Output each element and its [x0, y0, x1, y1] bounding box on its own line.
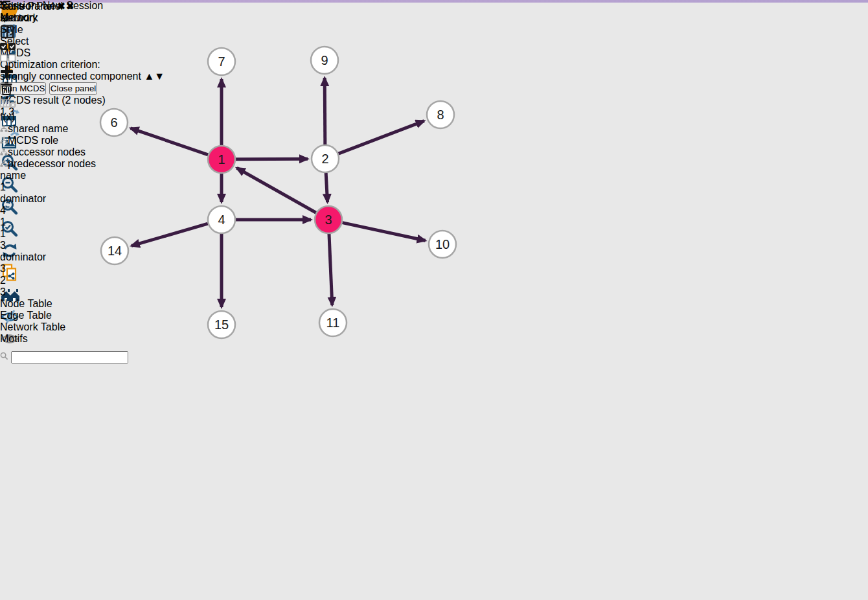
- table-row[interactable]: 1dominator411: [0, 181, 107, 240]
- column-tree-icon: [0, 148, 8, 156]
- graph-node-label-8: 8: [437, 108, 444, 122]
- columns-icon: [0, 25, 14, 39]
- table-cell: 2: [0, 275, 107, 286]
- add-row-button[interactable]: [0, 65, 107, 81]
- table-cell: dominator: [0, 193, 73, 205]
- table-cell: 1: [0, 228, 55, 240]
- table-cell: 3: [0, 263, 104, 275]
- graph-node-label-6: 6: [110, 115, 117, 130]
- table-toolbar: ⚙: [0, 12, 107, 123]
- memory-label: Memory: [0, 12, 38, 23]
- table-cell: 3: [0, 286, 55, 298]
- table-cell: dominator: [0, 251, 73, 263]
- column-label: predecessor nodes: [8, 158, 96, 169]
- deselect-all-button[interactable]: [0, 53, 107, 65]
- column-tree-icon: [0, 160, 8, 167]
- status-bar: Memory: [0, 0, 38, 23]
- checked-boxes-icon: [0, 42, 16, 51]
- column-label: MCDS role: [8, 135, 58, 146]
- node-table-header[interactable]: shared nameMCDS rolesuccessor nodesprede…: [0, 123, 107, 181]
- graph-node-label-14: 14: [108, 244, 122, 258]
- column-header-name[interactable]: name: [0, 170, 55, 181]
- graph-node-label-11: 11: [326, 316, 340, 330]
- column-tree-icon: [0, 137, 8, 144]
- graph-edge-4-14[interactable]: [131, 224, 208, 246]
- delete-table-button: [0, 98, 107, 111]
- table-tabs: Node TableEdge TableNetwork TableMotifs: [0, 298, 107, 345]
- table-cell: 1: [0, 216, 107, 228]
- column-header-shared-name[interactable]: shared name: [0, 123, 89, 135]
- list-icon: [0, 0, 10, 9]
- tab-edge-table[interactable]: Edge Table: [0, 310, 107, 321]
- column-header-predecessor-nodes[interactable]: predecessor nodes: [0, 158, 107, 170]
- tab-network-table[interactable]: Network Table: [0, 321, 107, 333]
- graph-node-label-2: 2: [321, 152, 328, 166]
- graph-edge-2-3[interactable]: [326, 173, 327, 202]
- search-box[interactable]: [0, 351, 128, 363]
- graph-node-label-1: 1: [218, 152, 225, 167]
- delete-row-button[interactable]: [0, 81, 107, 98]
- select-all-button[interactable]: [0, 41, 107, 53]
- task-history-button[interactable]: [0, 0, 38, 12]
- trash-icon: [0, 81, 13, 96]
- delete-table-icon: [0, 98, 17, 109]
- unchecked-boxes-icon: [0, 54, 16, 62]
- close-table-panel-icon[interactable]: ✖: [57, 1, 65, 12]
- tab-motifs[interactable]: Motifs: [0, 333, 107, 345]
- memory-button[interactable]: Memory: [0, 12, 38, 23]
- graph-node-label-10: 10: [435, 237, 450, 251]
- graph-edge-1-2[interactable]: [236, 159, 308, 159]
- table-row[interactable]: 3dominator323: [0, 240, 107, 298]
- graph-edge-2-8[interactable]: [339, 121, 424, 154]
- column-header-MCDS-role[interactable]: MCDS role: [0, 135, 73, 146]
- search-icon: [0, 352, 8, 360]
- column-header-successor-nodes[interactable]: successor nodes: [0, 146, 104, 158]
- table-panel-body: ⚙: [0, 12, 107, 345]
- table-cell: 1: [0, 181, 89, 193]
- show-column-button[interactable]: [0, 25, 107, 41]
- plus-icon: [0, 65, 14, 78]
- graph-node-label-7: 7: [218, 54, 225, 69]
- graph-node-label-3: 3: [325, 213, 332, 227]
- table-panel: Table Panel ✖ ⚙: [0, 0, 107, 345]
- graph-node-label-9: 9: [321, 53, 328, 67]
- graph-edge-3-1[interactable]: [237, 168, 316, 213]
- tab-node-table[interactable]: Node Table: [0, 298, 107, 310]
- graph-edge-2-9[interactable]: [325, 78, 325, 144]
- column-label: shared name: [8, 123, 68, 134]
- graph-node-label-4: 4: [218, 213, 225, 227]
- function-builder-button: f(x): [0, 111, 26, 123]
- search-input[interactable]: [11, 351, 128, 363]
- column-tree-icon: [0, 125, 8, 132]
- column-label: name: [0, 170, 26, 181]
- node-table[interactable]: shared nameMCDS rolesuccessor nodesprede…: [0, 123, 107, 298]
- graph-edge-3-10[interactable]: [343, 223, 426, 241]
- column-label: successor nodes: [8, 146, 86, 157]
- desktop-edge-right: [864, 0, 868, 600]
- graph-edge-1-6[interactable]: [131, 128, 209, 155]
- graph-edge-3-11[interactable]: [329, 234, 332, 305]
- table-cell: 3: [0, 240, 89, 251]
- graph-node-label-15: 15: [214, 317, 229, 332]
- fx-icon: f(x): [0, 111, 15, 122]
- node-table-rows[interactable]: 1dominator4113dominator323: [0, 181, 107, 298]
- table-cell: 4: [0, 205, 104, 216]
